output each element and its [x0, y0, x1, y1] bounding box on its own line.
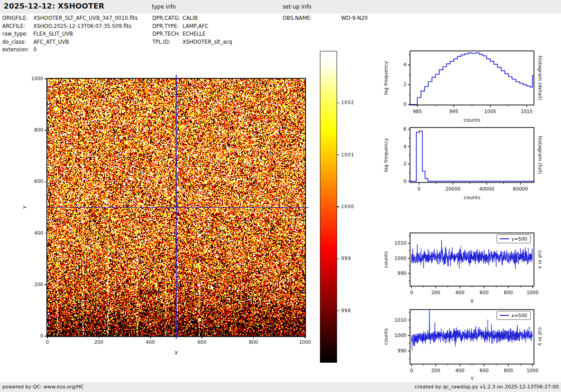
x-axis-tick-label: 400 — [456, 368, 465, 373]
y-axis-tick-label: 1000 — [394, 333, 406, 338]
x-axis-tick-label: 60000 — [513, 186, 528, 191]
hist-detail-y-axis-label: log frequency — [383, 61, 389, 95]
main-x-axis-tick — [305, 336, 306, 338]
metadata-label: ARCFILE: — [2, 23, 33, 31]
y-axis-tick-label: 0 — [403, 178, 406, 184]
metadata-setup-info: OBS.NAME:WD-9-N20 — [283, 14, 368, 23]
hist-full-y-axis-label: log frequency — [383, 138, 389, 172]
metadata-value: AFC_ATT_UVB — [33, 38, 69, 46]
y-axis-tick-label: 4 — [403, 62, 406, 67]
metadata-row: DPR.TYPE:LAMP,AFC — [152, 23, 232, 31]
main-x-axis-tick — [150, 336, 151, 338]
crosshair-horizontal-line — [47, 207, 309, 208]
y-axis-tick-label: 0 — [403, 101, 406, 107]
qc-report-page: 2025-12-12: XSHOOTER type info set-up in… — [0, 0, 561, 392]
page-title: 2025-12-12: XSHOOTER — [4, 2, 105, 10]
plot-histogram-detail-: 98599510051015024 — [388, 47, 538, 121]
plot-histogram-full-: 02000040000600000246 — [388, 124, 538, 199]
main-x-axis-tick — [253, 336, 254, 338]
cut-y-y-axis-label: counts — [383, 328, 389, 345]
metadata-file-info: ORIGFILE:XSHOOTER_SLT_AFC_UVB_347_0010.f… — [2, 14, 137, 54]
colorbar-tick-label: 1001 — [341, 152, 354, 157]
section-label-type-info: type info — [152, 4, 176, 10]
metadata-label: extension: — [2, 46, 33, 54]
main-y-axis-tick — [45, 78, 47, 79]
x-axis-tick-label: 20000 — [445, 186, 460, 191]
x-axis-tick-label: 600 — [479, 290, 488, 295]
metadata-value: XSHOO.2025-12-13T06:07:35.509.fits — [33, 23, 132, 31]
metadata-type-info: DPR.CATG:CALIB DPR.TYPE:LAMP,AFC DPR.TEC… — [152, 14, 232, 46]
y-axis-tick-label: 1010 — [394, 317, 406, 323]
x-axis-tick-label: 40000 — [479, 186, 494, 191]
main-y-axis-label: Y — [22, 206, 28, 209]
metadata-label: do_class: — [2, 38, 33, 46]
main-y-axis-tick — [45, 336, 47, 337]
metadata-value: LAMP,AFC — [182, 23, 209, 31]
metadata-row: DPR.TECH:ECHELLE — [152, 30, 232, 38]
x-axis-tick-label: 200 — [431, 368, 440, 373]
x-axis-tick-label: 600 — [479, 368, 488, 373]
main-y-axis-tick-label: 200 — [26, 282, 43, 287]
x-axis-tick-label: 1015 — [520, 109, 533, 114]
y-axis-tick-label: 990 — [397, 270, 406, 276]
x-axis-tick-label: 200 — [431, 290, 440, 295]
metadata-label: OBS.NAME: — [283, 14, 341, 23]
histogram-step-line — [410, 53, 534, 104]
colorbar-tick — [337, 259, 339, 259]
y-axis-tick-label: 4 — [403, 144, 406, 149]
main-x-axis-label: X — [47, 350, 305, 356]
metadata-label: raw_type: — [2, 30, 33, 38]
metadata-label: ORIGFILE: — [2, 14, 33, 23]
main-x-axis-tick-label: 400 — [141, 339, 160, 345]
metadata-row: ORIGFILE:XSHOOTER_SLT_AFC_UVB_347_0010.f… — [2, 14, 137, 23]
y-axis-tick-label: 2 — [403, 161, 406, 166]
colorbar-gradient — [320, 51, 337, 363]
plot-border — [410, 128, 534, 182]
y-axis-tick-label: 6 — [403, 126, 406, 132]
x-axis-tick-label: 995 — [449, 109, 458, 114]
x-axis-tick-label: 1000 — [526, 290, 538, 295]
metadata-row: OBS.NAME:WD-9-N20 — [283, 14, 368, 23]
main-x-axis-tick — [47, 336, 48, 338]
main-y-axis-tick-label: 600 — [26, 178, 43, 184]
plot-cut-in-y: 0200400600800100099010001010 — [388, 306, 538, 380]
colorbar-tick-label: 1002 — [341, 100, 354, 105]
main-y-axis-tick-label: 800 — [26, 127, 43, 132]
colorbar-tick — [337, 310, 339, 311]
metadata-row: DPR.CATG:CALIB — [152, 14, 232, 23]
metadata-row: extension:0 — [2, 46, 137, 54]
footer-bar: powered by QC: www.eso.org/HC created by… — [0, 382, 561, 392]
footer-left-text: powered by QC: www.eso.org/HC — [2, 382, 84, 392]
metadata-value: CALIB — [182, 14, 198, 23]
metadata-row: TPL.ID:XSHOOTER_slt_acq — [152, 38, 232, 46]
colorbar-tick-label: 1000 — [341, 204, 354, 209]
metadata-value: WD-9-N20 — [341, 14, 368, 23]
colorbar-tick — [337, 103, 339, 103]
main-x-axis-tick — [99, 336, 100, 338]
cut-profile-line — [411, 310, 532, 351]
main-y-axis-tick — [45, 284, 47, 285]
metadata-value: XSHOOTER_slt_acq — [182, 38, 232, 46]
metadata-value: XSHOOTER_SLT_AFC_UVB_347_0010.fits — [33, 14, 137, 23]
metadata-value: ECHELLE — [182, 30, 205, 38]
metadata-label: TPL.ID: — [152, 38, 182, 46]
x-axis-tick-label: 1005 — [484, 109, 497, 114]
main-y-axis-tick-label: 0 — [26, 333, 43, 338]
x-axis-tick-label: 0 — [418, 186, 421, 191]
main-x-axis-tick-label: 200 — [90, 339, 108, 345]
footer-right-text: created by qc_rawdisp.py v1.2.3 on 2025-… — [415, 382, 559, 392]
histogram-step-line — [410, 131, 534, 181]
main-y-axis-tick-label: 1000 — [26, 76, 43, 81]
y-axis-tick-label: 1010 — [394, 240, 406, 246]
x-axis-tick-label: 800 — [504, 368, 513, 373]
metadata-label: DPR.TYPE: — [152, 23, 182, 31]
colorbar-tick-label: 998 — [341, 308, 351, 313]
main-x-axis-tick-label: 600 — [193, 339, 211, 345]
metadata-label: DPR.CATG: — [152, 14, 182, 23]
x-axis-tick-label: 800 — [504, 290, 513, 295]
y-axis-tick-label: 1000 — [394, 255, 406, 261]
main-y-axis-tick-label: 400 — [26, 230, 43, 236]
metadata-row: ARCFILE:XSHOO.2025-12-13T06:07:35.509.fi… — [2, 23, 137, 31]
section-label-setup-info: set-up info — [283, 4, 311, 10]
main-x-axis-tick-label: 0 — [38, 339, 56, 345]
